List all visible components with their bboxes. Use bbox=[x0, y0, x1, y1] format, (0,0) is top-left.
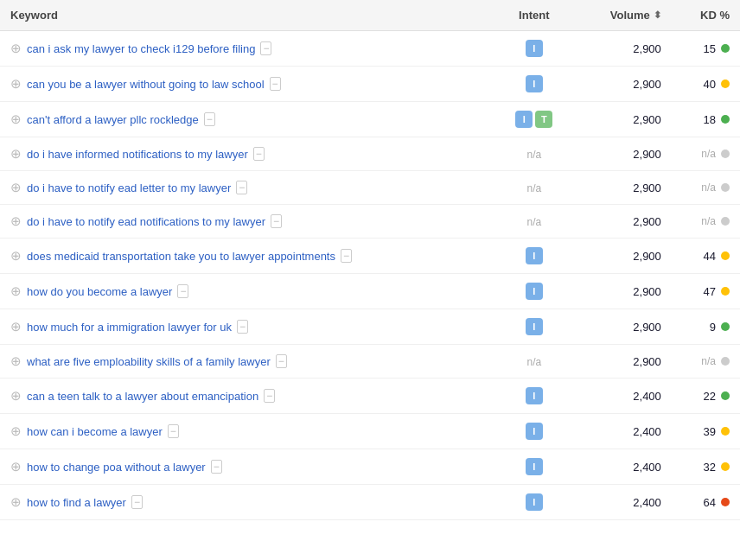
add-keyword-icon[interactable]: ⊕ bbox=[10, 494, 22, 510]
intent-cell: I bbox=[494, 309, 573, 345]
kd-cell: 15 bbox=[672, 31, 740, 67]
keyword-cell: ⊕how much for a immigration lawyer for u… bbox=[0, 309, 494, 345]
keyword-text: how do you become a lawyer bbox=[27, 285, 172, 298]
kd-value: 39 bbox=[704, 425, 716, 438]
kd-value: 47 bbox=[704, 285, 716, 298]
add-keyword-icon[interactable]: ⊕ bbox=[10, 213, 22, 229]
kd-dot bbox=[721, 427, 730, 436]
intent-cell: n/a bbox=[494, 205, 573, 239]
remove-keyword-icon[interactable]: − bbox=[131, 495, 143, 509]
intent-badge-i: I bbox=[526, 458, 543, 475]
kd-cell: 32 bbox=[672, 449, 740, 485]
volume-cell: 2,900 bbox=[574, 171, 672, 205]
kd-dot bbox=[721, 391, 730, 400]
keyword-column-header: Keyword bbox=[0, 0, 494, 31]
keyword-text: how much for a immigration lawyer for uk bbox=[27, 321, 232, 334]
remove-keyword-icon[interactable]: − bbox=[264, 389, 275, 403]
table-row: ⊕how do you become a lawyer−I2,90047 bbox=[0, 274, 740, 309]
table-row: ⊕can't afford a lawyer pllc rockledge−IT… bbox=[0, 102, 740, 137]
kd-cell: n/a bbox=[672, 137, 740, 171]
remove-keyword-icon[interactable]: − bbox=[271, 214, 282, 228]
add-keyword-icon[interactable]: ⊕ bbox=[10, 180, 22, 195]
keyword-text: can i ask my lawyer to check i129 before… bbox=[27, 42, 255, 55]
volume-column-header[interactable]: Volume ⬍ bbox=[574, 0, 672, 31]
volume-cell: 2,400 bbox=[574, 379, 672, 414]
add-keyword-icon[interactable]: ⊕ bbox=[10, 423, 22, 439]
kd-value: 64 bbox=[704, 496, 716, 509]
remove-keyword-icon[interactable]: − bbox=[341, 249, 352, 263]
kd-column-header: KD % bbox=[672, 0, 740, 31]
table-row: ⊕can you be a lawyer without going to la… bbox=[0, 67, 740, 102]
intent-cell: I bbox=[494, 414, 573, 449]
remove-keyword-icon[interactable]: − bbox=[276, 354, 287, 368]
table-row: ⊕how to find a lawyer−I2,40064 bbox=[0, 485, 740, 520]
keyword-cell: ⊕do i have to notify ead letter to my la… bbox=[0, 171, 494, 205]
intent-na: n/a bbox=[526, 149, 541, 161]
keyword-text: do i have informed notifications to my l… bbox=[27, 148, 248, 161]
remove-keyword-icon[interactable]: − bbox=[236, 181, 247, 194]
kd-dot bbox=[721, 80, 730, 88]
remove-keyword-icon[interactable]: − bbox=[168, 424, 179, 438]
keyword-text: what are five emploability skills of a f… bbox=[27, 355, 271, 368]
intent-cell: I bbox=[494, 449, 573, 485]
kd-na: n/a bbox=[701, 181, 716, 194]
keyword-cell: ⊕how to change poa without a lawyer− bbox=[0, 449, 494, 485]
table-row: ⊕does medicaid transportation take you t… bbox=[0, 239, 740, 274]
remove-keyword-icon[interactable]: − bbox=[253, 147, 265, 161]
add-keyword-icon[interactable]: ⊕ bbox=[10, 41, 22, 56]
keyword-cell: ⊕can i ask my lawyer to check i129 befor… bbox=[0, 31, 494, 67]
add-keyword-icon[interactable]: ⊕ bbox=[10, 388, 22, 404]
add-keyword-icon[interactable]: ⊕ bbox=[10, 353, 22, 369]
intent-cell: I bbox=[494, 274, 573, 309]
keyword-text: how to find a lawyer bbox=[27, 496, 126, 509]
add-keyword-icon[interactable]: ⊕ bbox=[10, 283, 22, 299]
kd-value: 15 bbox=[704, 42, 716, 55]
kd-dot bbox=[721, 150, 730, 158]
intent-cell: I bbox=[494, 485, 573, 520]
remove-keyword-icon[interactable]: − bbox=[204, 112, 215, 126]
kd-value: 9 bbox=[710, 321, 716, 334]
table-header-row: Keyword Intent Volume ⬍ KD % bbox=[0, 0, 740, 31]
keyword-cell: ⊕how do you become a lawyer− bbox=[0, 274, 494, 309]
volume-cell: 2,400 bbox=[574, 485, 672, 520]
add-keyword-icon[interactable]: ⊕ bbox=[10, 319, 22, 334]
intent-cell: I bbox=[494, 67, 573, 102]
kd-cell: 22 bbox=[672, 379, 740, 414]
keyword-text: how to change poa without a lawyer bbox=[27, 461, 206, 474]
intent-cell: IT bbox=[494, 102, 573, 137]
kd-cell: n/a bbox=[672, 171, 740, 205]
keyword-cell: ⊕do i have informed notifications to my … bbox=[0, 137, 494, 171]
table-row: ⊕can a teen talk to a lawyer about emanc… bbox=[0, 379, 740, 414]
add-keyword-icon[interactable]: ⊕ bbox=[10, 248, 22, 264]
kd-cell: 9 bbox=[672, 309, 740, 345]
intent-na: n/a bbox=[526, 216, 541, 228]
kd-value: 32 bbox=[704, 461, 716, 474]
remove-keyword-icon[interactable]: − bbox=[211, 460, 222, 474]
kd-dot bbox=[721, 462, 730, 471]
keyword-table-container: Keyword Intent Volume ⬍ KD % ⊕can i ask … bbox=[0, 0, 740, 520]
keyword-text: can a teen talk to a lawyer about emanci… bbox=[27, 390, 258, 403]
volume-cell: 2,900 bbox=[574, 274, 672, 309]
intent-badge-i: I bbox=[526, 283, 543, 300]
kd-cell: 44 bbox=[672, 239, 740, 274]
volume-cell: 2,900 bbox=[574, 309, 672, 345]
table-row: ⊕do i have to notify ead notifications t… bbox=[0, 205, 740, 239]
add-keyword-icon[interactable]: ⊕ bbox=[10, 459, 22, 474]
kd-dot bbox=[721, 498, 730, 506]
remove-keyword-icon[interactable]: − bbox=[177, 284, 188, 298]
keyword-cell: ⊕what are five emploability skills of a … bbox=[0, 345, 494, 379]
add-keyword-icon[interactable]: ⊕ bbox=[10, 146, 22, 162]
table-row: ⊕how to change poa without a lawyer−I2,4… bbox=[0, 449, 740, 485]
keyword-cell: ⊕do i have to notify ead notifications t… bbox=[0, 205, 494, 239]
kd-value: 22 bbox=[704, 390, 716, 403]
remove-keyword-icon[interactable]: − bbox=[260, 41, 271, 55]
add-keyword-icon[interactable]: ⊕ bbox=[10, 111, 22, 127]
remove-keyword-icon[interactable]: − bbox=[237, 320, 248, 334]
remove-keyword-icon[interactable]: − bbox=[270, 77, 281, 91]
kd-dot bbox=[721, 183, 730, 192]
intent-cell: I bbox=[494, 379, 573, 414]
add-keyword-icon[interactable]: ⊕ bbox=[10, 76, 22, 92]
volume-cell: 2,900 bbox=[574, 31, 672, 67]
kd-cell: n/a bbox=[672, 205, 740, 239]
volume-cell: 2,400 bbox=[574, 449, 672, 485]
